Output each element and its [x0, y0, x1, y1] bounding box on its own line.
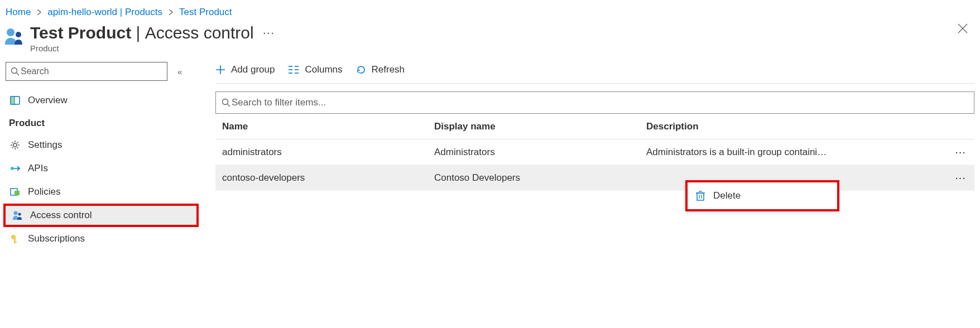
svg-rect-23 [697, 193, 704, 200]
svg-point-21 [223, 99, 228, 105]
page-subtitle: Product [30, 44, 951, 53]
cell-display: Administrators [434, 147, 646, 158]
svg-point-0 [7, 28, 15, 36]
page-title-main: Test Product [30, 23, 131, 42]
context-menu-label: Delete [713, 190, 741, 201]
sidebar-item-access-control[interactable]: Access control [3, 204, 199, 227]
gear-icon [9, 139, 21, 151]
more-icon[interactable]: ··· [263, 26, 275, 40]
refresh-icon [356, 65, 366, 75]
sidebar-item-settings[interactable]: Settings [3, 133, 199, 157]
filter-input[interactable] [230, 97, 968, 109]
col-description[interactable]: Description [646, 121, 947, 132]
columns-button[interactable]: Columns [288, 64, 342, 75]
people-icon [11, 209, 23, 221]
sidebar-search-input[interactable] [20, 66, 162, 77]
sidebar-search[interactable] [6, 62, 167, 81]
sidebar-item-label: APIs [28, 163, 48, 174]
sidebar-item-overview[interactable]: Overview [3, 89, 199, 112]
sidebar-item-policies[interactable]: Policies [3, 180, 199, 204]
table-row[interactable]: administrators Administrators Administra… [215, 139, 974, 165]
svg-line-3 [17, 73, 20, 76]
toolbar-label: Columns [305, 64, 342, 75]
page-title-sub: Access control [145, 23, 254, 42]
svg-point-6 [13, 143, 17, 147]
api-icon [9, 162, 21, 175]
collapse-icon[interactable]: « [177, 67, 180, 76]
svg-point-7 [11, 167, 14, 170]
svg-line-22 [228, 104, 230, 107]
col-name[interactable]: Name [222, 121, 434, 132]
table-row[interactable]: contoso-developers Contoso Developers ··… [215, 165, 974, 191]
sidebar-item-label: Settings [28, 139, 62, 151]
col-display[interactable]: Display name [434, 121, 646, 132]
sidebar-item-apis[interactable]: APIs [3, 157, 199, 180]
plus-icon [215, 65, 225, 75]
breadcrumb-item-products[interactable]: apim-hello-world | Products [47, 7, 162, 18]
policies-icon [9, 186, 21, 198]
context-menu-delete[interactable]: Delete [685, 180, 839, 211]
chevron-right-icon [36, 9, 42, 15]
breadcrumb: Home apim-hello-world | Products Test Pr… [0, 0, 980, 21]
row-more-icon[interactable]: ··· [947, 171, 974, 184]
close-icon[interactable] [951, 23, 974, 33]
content-area: Add group Columns [199, 62, 980, 191]
sidebar-item-label: Subscriptions [28, 233, 85, 244]
groups-table: Name Display name Description administra… [215, 114, 974, 191]
cell-name: administrators [222, 147, 434, 158]
breadcrumb-item-test-product[interactable]: Test Product [179, 7, 232, 18]
refresh-button[interactable]: Refresh [356, 64, 405, 75]
svg-rect-14 [14, 242, 17, 243]
title-separator: | [136, 23, 145, 42]
toolbar: Add group Columns [215, 62, 974, 84]
cell-description: Administrators is a built-in group conta… [646, 147, 947, 158]
row-more-icon[interactable]: ··· [947, 146, 974, 158]
sidebar-item-subscriptions[interactable]: Subscriptions [3, 227, 199, 250]
svg-rect-5 [11, 97, 15, 104]
trash-icon [695, 190, 705, 201]
sidebar-item-label: Overview [28, 95, 68, 106]
chevron-right-icon [168, 9, 174, 15]
sidebar-item-label: Access control [30, 210, 92, 221]
table-header: Name Display name Description [215, 114, 974, 139]
cell-display: Contoso Developers [434, 172, 646, 184]
people-icon [3, 26, 25, 47]
svg-point-10 [14, 211, 18, 215]
filter-search[interactable] [215, 91, 974, 114]
sidebar-item-label: Policies [28, 186, 61, 197]
key-icon [9, 233, 21, 245]
toolbar-label: Add group [231, 64, 275, 75]
svg-point-2 [12, 68, 17, 74]
columns-icon [288, 65, 299, 74]
cell-name: contoso-developers [222, 172, 434, 184]
sidebar: « Overview Product Settings APIs Po [3, 62, 199, 250]
svg-point-11 [18, 213, 21, 216]
search-icon [222, 98, 230, 107]
sidebar-heading-product: Product [3, 112, 199, 133]
svg-point-1 [16, 32, 21, 37]
page-header: Test Product | Access control ··· Produc… [0, 21, 980, 59]
toolbar-label: Refresh [372, 64, 405, 75]
add-group-button[interactable]: Add group [215, 64, 275, 75]
svg-rect-9 [15, 191, 20, 195]
search-icon [11, 67, 20, 76]
overview-icon [9, 94, 21, 107]
breadcrumb-item-home[interactable]: Home [6, 7, 31, 18]
